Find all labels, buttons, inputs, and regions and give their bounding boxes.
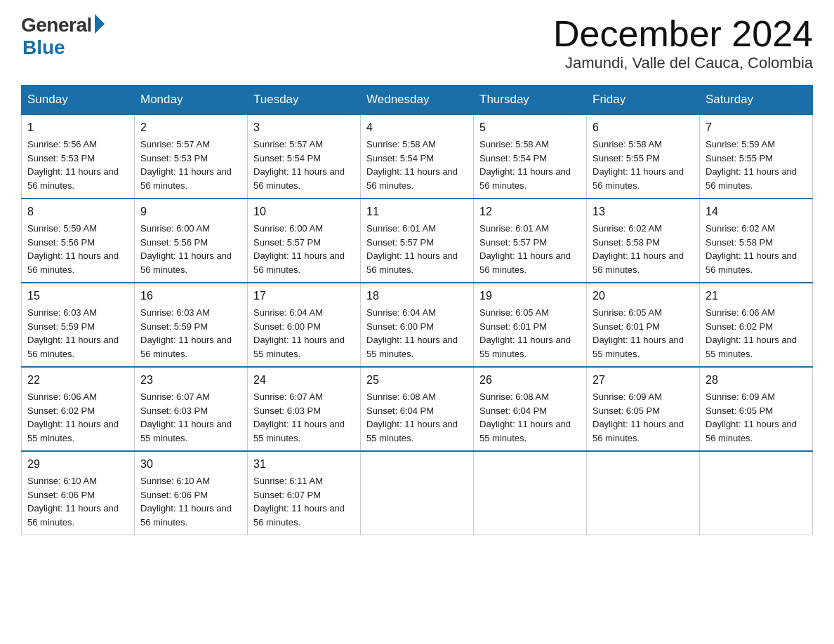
calendar-day-cell: 8Sunrise: 5:59 AMSunset: 5:56 PMDaylight… bbox=[22, 199, 135, 283]
sunrise-text: Sunrise: 5:57 AM bbox=[140, 137, 241, 152]
sunrise-text: Sunrise: 6:03 AM bbox=[27, 306, 128, 320]
calendar-day-cell: 28Sunrise: 6:09 AMSunset: 6:05 PMDayligh… bbox=[700, 367, 813, 451]
daylight-text: Daylight: 11 hours and 56 minutes. bbox=[366, 165, 468, 192]
calendar-day-cell: 29Sunrise: 6:10 AMSunset: 6:06 PMDayligh… bbox=[22, 451, 135, 535]
sunset-text: Sunset: 6:07 PM bbox=[253, 488, 355, 502]
daylight-text: Daylight: 11 hours and 56 minutes. bbox=[27, 249, 128, 276]
sunrise-text: Sunrise: 6:00 AM bbox=[253, 222, 355, 236]
day-number: 29 bbox=[27, 456, 128, 473]
sunrise-text: Sunrise: 6:07 AM bbox=[253, 390, 355, 404]
day-number: 3 bbox=[253, 119, 355, 136]
day-number: 17 bbox=[253, 288, 355, 304]
daylight-text: Daylight: 11 hours and 55 minutes. bbox=[706, 333, 807, 361]
sunrise-text: Sunrise: 6:04 AM bbox=[366, 306, 468, 320]
calendar-week-row: 22Sunrise: 6:06 AMSunset: 6:02 PMDayligh… bbox=[22, 367, 813, 451]
calendar-day-cell bbox=[474, 451, 587, 535]
daylight-text: Daylight: 11 hours and 55 minutes. bbox=[366, 333, 468, 361]
sunrise-text: Sunrise: 5:59 AM bbox=[27, 222, 128, 236]
sunset-text: Sunset: 5:58 PM bbox=[706, 236, 807, 250]
daylight-text: Daylight: 11 hours and 56 minutes. bbox=[479, 249, 581, 276]
calendar-day-cell: 24Sunrise: 6:07 AMSunset: 6:03 PMDayligh… bbox=[248, 367, 361, 451]
daylight-text: Daylight: 11 hours and 56 minutes. bbox=[27, 502, 128, 529]
header: General Blue December 2024 Jamundi, Vall… bbox=[21, 14, 813, 72]
daylight-text: Daylight: 11 hours and 56 minutes. bbox=[706, 417, 807, 445]
sunrise-text: Sunrise: 6:10 AM bbox=[140, 474, 241, 488]
sunset-text: Sunset: 5:54 PM bbox=[253, 152, 355, 166]
sunrise-text: Sunrise: 6:06 AM bbox=[706, 306, 807, 320]
day-of-week-header: Monday bbox=[135, 86, 248, 115]
sunrise-text: Sunrise: 6:05 AM bbox=[479, 306, 581, 320]
sunrise-text: Sunrise: 6:02 AM bbox=[593, 222, 694, 236]
daylight-text: Daylight: 11 hours and 56 minutes. bbox=[479, 165, 581, 192]
calendar-header-row: SundayMondayTuesdayWednesdayThursdayFrid… bbox=[22, 86, 813, 115]
sunrise-text: Sunrise: 6:05 AM bbox=[593, 306, 694, 320]
sunset-text: Sunset: 6:06 PM bbox=[140, 488, 241, 502]
calendar-day-cell: 20Sunrise: 6:05 AMSunset: 6:01 PMDayligh… bbox=[587, 283, 700, 367]
sunset-text: Sunset: 6:00 PM bbox=[253, 320, 355, 334]
calendar-table: SundayMondayTuesdayWednesdayThursdayFrid… bbox=[21, 85, 813, 535]
calendar-day-cell: 17Sunrise: 6:04 AMSunset: 6:00 PMDayligh… bbox=[248, 283, 361, 367]
sunrise-text: Sunrise: 6:02 AM bbox=[706, 222, 807, 236]
daylight-text: Daylight: 11 hours and 56 minutes. bbox=[27, 333, 128, 361]
day-of-week-header: Saturday bbox=[700, 86, 813, 115]
logo: General Blue bbox=[21, 14, 105, 59]
calendar-week-row: 8Sunrise: 5:59 AMSunset: 5:56 PMDaylight… bbox=[22, 199, 813, 283]
sunset-text: Sunset: 6:05 PM bbox=[706, 404, 807, 418]
day-number: 11 bbox=[366, 203, 468, 220]
day-number: 24 bbox=[253, 372, 355, 389]
calendar-day-cell: 2Sunrise: 5:57 AMSunset: 5:53 PMDaylight… bbox=[135, 114, 248, 199]
month-year-title: December 2024 bbox=[553, 14, 813, 54]
calendar-day-cell: 4Sunrise: 5:58 AMSunset: 5:54 PMDaylight… bbox=[361, 114, 474, 199]
calendar-day-cell bbox=[361, 451, 474, 535]
daylight-text: Daylight: 11 hours and 55 minutes. bbox=[253, 333, 355, 361]
daylight-text: Daylight: 11 hours and 56 minutes. bbox=[706, 249, 807, 276]
daylight-text: Daylight: 11 hours and 55 minutes. bbox=[253, 417, 355, 445]
day-of-week-header: Thursday bbox=[474, 86, 587, 115]
day-number: 22 bbox=[27, 372, 128, 389]
sunrise-text: Sunrise: 6:10 AM bbox=[27, 474, 128, 488]
sunset-text: Sunset: 5:56 PM bbox=[140, 236, 241, 250]
sunset-text: Sunset: 6:04 PM bbox=[479, 404, 581, 418]
day-number: 5 bbox=[479, 119, 581, 136]
sunrise-text: Sunrise: 6:08 AM bbox=[366, 390, 468, 404]
sunrise-text: Sunrise: 6:06 AM bbox=[27, 390, 128, 404]
calendar-day-cell: 25Sunrise: 6:08 AMSunset: 6:04 PMDayligh… bbox=[361, 367, 474, 451]
calendar-day-cell: 18Sunrise: 6:04 AMSunset: 6:00 PMDayligh… bbox=[361, 283, 474, 367]
daylight-text: Daylight: 11 hours and 56 minutes. bbox=[253, 165, 355, 192]
day-number: 28 bbox=[706, 372, 807, 389]
sunrise-text: Sunrise: 5:56 AM bbox=[27, 137, 128, 152]
sunset-text: Sunset: 5:57 PM bbox=[479, 236, 581, 250]
sunset-text: Sunset: 5:57 PM bbox=[366, 236, 468, 250]
sunrise-text: Sunrise: 5:59 AM bbox=[706, 137, 807, 152]
day-number: 21 bbox=[706, 288, 807, 304]
daylight-text: Daylight: 11 hours and 55 minutes. bbox=[593, 333, 694, 361]
day-number: 23 bbox=[140, 372, 241, 389]
day-number: 16 bbox=[140, 288, 241, 304]
daylight-text: Daylight: 11 hours and 56 minutes. bbox=[140, 249, 241, 276]
daylight-text: Daylight: 11 hours and 55 minutes. bbox=[479, 333, 581, 361]
calendar-day-cell: 30Sunrise: 6:10 AMSunset: 6:06 PMDayligh… bbox=[135, 451, 248, 535]
day-number: 13 bbox=[593, 203, 694, 220]
daylight-text: Daylight: 11 hours and 56 minutes. bbox=[593, 165, 694, 192]
sunrise-text: Sunrise: 6:01 AM bbox=[366, 222, 468, 236]
calendar-day-cell: 7Sunrise: 5:59 AMSunset: 5:55 PMDaylight… bbox=[700, 114, 813, 199]
day-number: 10 bbox=[253, 203, 355, 220]
calendar-day-cell: 10Sunrise: 6:00 AMSunset: 5:57 PMDayligh… bbox=[248, 199, 361, 283]
daylight-text: Daylight: 11 hours and 55 minutes. bbox=[479, 417, 581, 445]
day-of-week-header: Wednesday bbox=[361, 86, 474, 115]
calendar-day-cell: 16Sunrise: 6:03 AMSunset: 5:59 PMDayligh… bbox=[135, 283, 248, 367]
sunrise-text: Sunrise: 5:57 AM bbox=[253, 137, 355, 152]
sunrise-text: Sunrise: 6:11 AM bbox=[253, 474, 355, 488]
calendar-day-cell: 12Sunrise: 6:01 AMSunset: 5:57 PMDayligh… bbox=[474, 199, 587, 283]
day-number: 12 bbox=[479, 203, 581, 220]
day-number: 6 bbox=[593, 119, 694, 136]
calendar-day-cell: 26Sunrise: 6:08 AMSunset: 6:04 PMDayligh… bbox=[474, 367, 587, 451]
day-number: 9 bbox=[140, 203, 241, 220]
daylight-text: Daylight: 11 hours and 56 minutes. bbox=[366, 249, 468, 276]
daylight-text: Daylight: 11 hours and 56 minutes. bbox=[593, 249, 694, 276]
sunset-text: Sunset: 6:05 PM bbox=[593, 404, 694, 418]
calendar-week-row: 29Sunrise: 6:10 AMSunset: 6:06 PMDayligh… bbox=[22, 451, 813, 535]
sunset-text: Sunset: 5:55 PM bbox=[706, 152, 807, 166]
day-number: 1 bbox=[27, 119, 128, 136]
daylight-text: Daylight: 11 hours and 56 minutes. bbox=[140, 502, 241, 529]
